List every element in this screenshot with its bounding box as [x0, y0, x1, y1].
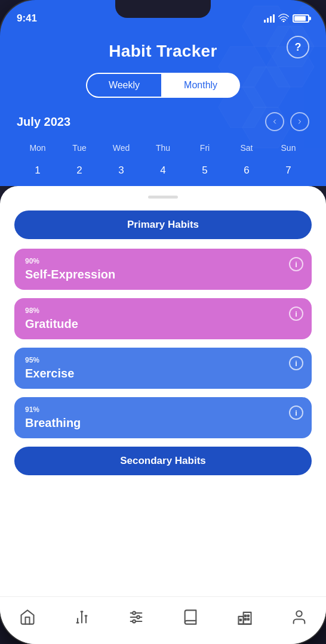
habit-card-exercise[interactable]: 95% Exercise i — [14, 348, 312, 389]
date-4[interactable]: 4 — [142, 160, 184, 181]
svg-rect-25 — [245, 618, 246, 620]
secondary-habits-header: Secondary Habits — [14, 447, 312, 475]
nav-stats[interactable] — [66, 604, 97, 630]
nav-profile[interactable] — [284, 604, 315, 630]
svg-point-19 — [137, 615, 140, 618]
help-button[interactable]: ? — [287, 36, 309, 58]
svg-point-28 — [296, 611, 302, 616]
stats-icon — [73, 609, 90, 626]
help-icon: ? — [295, 41, 302, 54]
nav-city[interactable] — [229, 604, 260, 630]
info-button-gratitude[interactable]: i — [289, 306, 303, 321]
date-2[interactable]: 2 — [59, 160, 100, 181]
bottom-panel: Primary Habits 90% Self-Expression i 98%… — [0, 186, 326, 644]
battery-icon — [293, 14, 309, 23]
notch — [115, 0, 211, 18]
habit-percentage-gratitude: 98% — [25, 306, 301, 315]
day-thu: Thu — [142, 141, 184, 155]
info-button-exercise[interactable]: i — [289, 356, 303, 370]
habit-name-self-expression: Self-Expression — [25, 268, 301, 281]
habit-card-breathing[interactable]: 91% Breathing i — [14, 397, 312, 438]
month-title: July 2023 — [17, 115, 70, 129]
svg-rect-24 — [247, 615, 248, 616]
info-button-self-expression[interactable]: i — [289, 257, 303, 271]
habit-card-self-expression[interactable]: 90% Self-Expression i — [14, 249, 312, 290]
habit-percentage-breathing: 91% — [25, 405, 301, 414]
svg-rect-14 — [84, 615, 87, 616]
date-3[interactable]: 3 — [100, 160, 142, 181]
primary-habits-header: Primary Habits — [14, 210, 312, 239]
svg-rect-13 — [80, 611, 83, 612]
svg-point-18 — [133, 611, 136, 614]
profile-icon — [291, 609, 307, 626]
svg-rect-26 — [247, 618, 248, 620]
signal-icon — [264, 14, 275, 23]
app-content: 9:41 — [0, 0, 326, 644]
svg-rect-12 — [76, 622, 79, 623]
habit-percentage-self-expression: 90% — [25, 257, 301, 265]
svg-rect-23 — [245, 615, 246, 616]
weekly-toggle[interactable]: Weekly — [86, 73, 162, 98]
habit-percentage-exercise: 95% — [25, 356, 301, 364]
day-wed: Wed — [100, 141, 142, 155]
status-icons — [264, 14, 309, 24]
svg-point-20 — [133, 620, 136, 623]
phone-shell: 9:41 — [0, 0, 326, 644]
settings-icon — [128, 609, 144, 626]
habit-name-breathing: Breathing — [25, 416, 301, 430]
wifi-icon — [278, 14, 289, 24]
home-icon — [19, 609, 36, 626]
habit-card-gratitude[interactable]: 98% Gratitude i — [14, 298, 312, 339]
day-tue: Tue — [59, 141, 100, 155]
date-1[interactable]: 1 — [17, 160, 59, 181]
nav-book[interactable] — [175, 604, 206, 630]
drag-handle — [148, 196, 178, 199]
habit-name-gratitude: Gratitude — [25, 317, 301, 331]
bottom-nav — [0, 596, 326, 644]
nav-settings[interactable] — [121, 604, 152, 630]
svg-point-0 — [283, 21, 284, 22]
nav-home[interactable] — [12, 604, 43, 630]
habit-name-exercise: Exercise — [25, 367, 301, 380]
city-icon — [236, 609, 253, 626]
day-mon: Mon — [17, 141, 59, 155]
book-icon — [182, 609, 199, 626]
svg-rect-27 — [239, 619, 241, 620]
status-time: 9:41 — [17, 13, 37, 24]
info-button-breathing[interactable]: i — [289, 405, 303, 420]
